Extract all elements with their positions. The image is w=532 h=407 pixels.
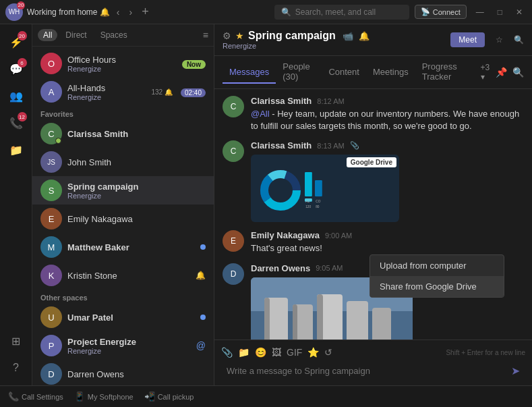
sidebar-item-help[interactable]: ?	[4, 356, 28, 380]
upload-from-computer-item[interactable]: Upload from computer	[370, 255, 504, 276]
svg-text:CO: CO	[316, 200, 320, 203]
video-icon: 📹	[343, 31, 353, 41]
messages-container: C Clarissa Smith 8:12 AM @All - Hey team…	[214, 89, 532, 340]
title-bar-left: WH 20 Working from home 🔔 ‹ › +	[5, 3, 269, 21]
message-text: @All - Hey team, update on our inventory…	[251, 108, 524, 132]
search-input[interactable]	[295, 7, 390, 17]
share-google-drive-item[interactable]: Share from Google Drive	[370, 276, 504, 297]
workspace-badge: 20	[17, 1, 25, 9]
compose-area: 📎 📁 😊 🖼 GIF ⭐ ↺ Shift + Enter for a new …	[214, 340, 532, 385]
sidebar-item-teams[interactable]: 👥	[4, 84, 28, 108]
search-chat-icon[interactable]: 🔍	[514, 35, 524, 45]
nav-back-button[interactable]: ‹	[114, 5, 123, 19]
item-name: Project Energize	[67, 337, 191, 347]
meet-button[interactable]: Meet	[450, 32, 485, 47]
sidebar-item-files[interactable]: 📁	[4, 138, 28, 162]
list-item[interactable]: O Office Hours Renergize Now	[32, 49, 214, 78]
chat-subtitle: Renergize	[223, 42, 445, 50]
folder-icon[interactable]: 📁	[238, 347, 249, 358]
settings-icon[interactable]: ⚙	[223, 30, 231, 41]
minimize-button[interactable]: —	[472, 6, 488, 18]
attach-icon[interactable]: 📎	[221, 347, 233, 358]
item-sub: Renergize	[67, 65, 177, 73]
bookmark-icon[interactable]: ☆	[496, 35, 503, 45]
other-spaces-label: Other spaces	[32, 290, 214, 303]
avatar: C	[40, 123, 62, 144]
item-info: Project Energize Renergize	[67, 337, 191, 355]
chat-badge: 6	[18, 58, 27, 67]
add-workspace-button[interactable]: +	[139, 3, 152, 20]
loop-icon[interactable]: ↺	[324, 347, 332, 358]
send-button[interactable]: ➤	[511, 364, 520, 377]
nav-forward-button[interactable]: ›	[126, 5, 135, 19]
message-time: 9:05 AM	[316, 264, 343, 272]
tab-progress-tracker[interactable]: Progress Tracker	[415, 56, 477, 88]
sidebar-item-activity[interactable]: ⚡ 20	[4, 30, 28, 54]
chat-title-row: ⚙ ★ Spring campaign 📹 🔔	[223, 30, 445, 42]
list-item[interactable]: C Clarissa Smith	[32, 119, 214, 148]
header-icons: 📹 🔔	[343, 31, 370, 41]
tab-meetings[interactable]: Meetings	[366, 61, 415, 84]
list-item[interactable]: K Kristin Stone 🔔	[32, 261, 214, 290]
activity-badge: 20	[18, 31, 27, 40]
chart-container: Google Drive	[251, 155, 399, 222]
my-softphone-item[interactable]: 📱 My Softphone	[74, 391, 134, 402]
tab-content[interactable]: Content	[322, 61, 366, 84]
tab-more[interactable]: +3 ▾	[477, 57, 496, 87]
sidebar-item-calls[interactable]: 📞 12	[4, 111, 28, 135]
item-info: Matthew Baker	[67, 242, 195, 252]
filter-icon[interactable]: ≡	[203, 30, 208, 40]
item-badge: 02:40	[181, 87, 206, 97]
search-tab-icon[interactable]: 🔍	[512, 67, 524, 78]
item-info: Emily Nakagawa	[67, 214, 206, 224]
context-menu: Upload from computer Share from Google D…	[370, 254, 504, 298]
sticker-icon[interactable]: ⭐	[307, 347, 319, 358]
avatar: E	[223, 230, 244, 252]
item-info: Kristin Stone	[67, 271, 190, 281]
tab-messages[interactable]: Messages	[223, 61, 276, 84]
title-bar: WH 20 Working from home 🔔 ‹ › + 🔍 📡 Conn…	[0, 0, 532, 24]
message-content: Emily Nakagawa 9:00 AM That's great news…	[251, 230, 524, 254]
list-item[interactable]: JS John Smith	[32, 148, 214, 176]
list-item[interactable]: M Matthew Baker	[32, 233, 214, 261]
search-bar[interactable]: 🔍	[274, 5, 409, 20]
list-item[interactable]: U Umar Patel	[32, 303, 214, 331]
avatar: C	[223, 96, 244, 117]
svg-rect-18	[264, 298, 270, 340]
google-drive-label: Google Drive	[347, 157, 396, 167]
emoji-icon[interactable]: 😊	[255, 347, 266, 358]
list-item[interactable]: D Darren Owens	[32, 360, 214, 385]
gif-icon[interactable]: GIF	[287, 347, 302, 358]
item-name: Emily Nakagawa	[67, 214, 206, 224]
avatar: D	[40, 363, 62, 385]
chart-attachment[interactable]: Google Drive	[251, 155, 524, 222]
list-item[interactable]: P Project Energize Renergize @	[32, 331, 214, 360]
chat-tabs: Messages People (30) Content Meetings Pr…	[214, 56, 532, 89]
workspace-name: Working from home 🔔	[27, 7, 110, 17]
list-item[interactable]: E Emily Nakagawa	[32, 205, 214, 233]
workspace-avatar: WH 20	[5, 3, 23, 21]
image-icon[interactable]: 🖼	[272, 347, 281, 358]
connect-button[interactable]: 📡 Connect	[415, 5, 467, 19]
call-settings-item[interactable]: 📞 Call Settings	[8, 391, 63, 402]
tab-direct[interactable]: Direct	[60, 28, 92, 42]
star-icon[interactable]: ★	[235, 30, 244, 41]
tab-people[interactable]: People (30)	[276, 56, 322, 88]
apps-icon: ⊞	[11, 335, 20, 348]
message-input[interactable]	[227, 366, 511, 376]
item-count: 132 🔔	[152, 88, 173, 96]
attachment-icon: 📎	[350, 141, 359, 150]
tab-all[interactable]: All	[38, 29, 57, 41]
close-button[interactable]: ✕	[512, 6, 527, 18]
sidebar-item-apps[interactable]: ⊞	[4, 329, 28, 353]
avatar: JS	[40, 151, 62, 173]
sidebar-item-chat[interactable]: 💬 6	[4, 57, 28, 81]
call-pickup-item[interactable]: 📲 Call pickup	[144, 391, 194, 402]
maximize-button[interactable]: □	[494, 6, 506, 18]
tab-spaces[interactable]: Spaces	[95, 28, 133, 42]
pin-icon[interactable]: 📌	[496, 67, 507, 78]
app-container: WH 20 Working from home 🔔 ‹ › + 🔍 📡 Conn…	[0, 0, 532, 407]
call-settings-icon: 📞	[8, 391, 19, 402]
list-item[interactable]: S Spring campaign Renergize	[32, 176, 214, 205]
list-item[interactable]: A All-Hands Renergize 132 🔔 02:40	[32, 78, 214, 106]
